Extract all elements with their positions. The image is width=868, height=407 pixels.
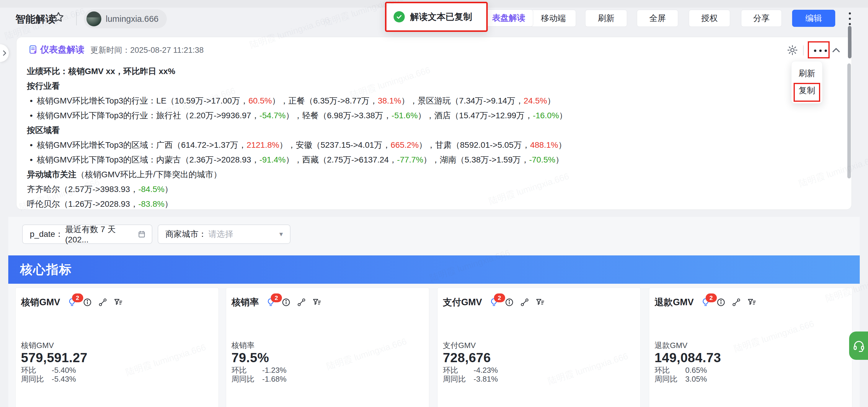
filter-icon[interactable] — [113, 298, 123, 307]
insight-count-badge: 2 — [271, 294, 282, 302]
line-text: 按行业看 — [27, 81, 60, 91]
comparison-value: 0.65% — [685, 366, 707, 375]
comparison-row: 周同比-3.81% — [443, 375, 498, 383]
comparison-row: 环比-5.40% — [21, 366, 87, 375]
annotation-box-copy — [794, 83, 820, 102]
city-filter-label: 商家城市： — [165, 229, 207, 240]
refresh-button[interactable]: 刷新 — [585, 10, 627, 27]
filter-icon[interactable] — [747, 298, 756, 307]
section-banner: 核心指标 — [8, 256, 860, 284]
annotation-box-more — [808, 41, 830, 58]
date-filter-label: p_date： — [30, 229, 63, 240]
edit-button[interactable]: 编辑 — [792, 10, 835, 27]
insight-bulb-icon[interactable]: 2 — [701, 298, 710, 307]
metric-block: 退款GMV 149,084.73 环比0.65%周同比3.05% — [655, 341, 721, 383]
comparison-value: -1.23% — [262, 366, 286, 375]
interpretation-panel: 仪表盘解读 更新时间：2025-08-27 11:21:38 业绩环比：核销GM… — [16, 37, 852, 210]
line-text: ） — [164, 199, 173, 208]
collapse-chevron-up-icon[interactable] — [830, 45, 842, 56]
info-icon[interactable] — [281, 298, 291, 307]
interpretation-text: 业绩环比：核销GMV xx，环比昨日 xx%按行业看•核销GMV环比增长Top3… — [27, 64, 829, 210]
annotation-box-toast: 解读文本已复制 — [385, 2, 488, 32]
menu-item-refresh[interactable]: 刷新 — [792, 65, 822, 82]
comparison-row: 周同比3.05% — [655, 375, 721, 383]
change-percent: 24.5% — [524, 96, 547, 105]
expand-sidebar-chevron[interactable] — [0, 44, 9, 62]
date-filter[interactable]: p_date： 最近有数 7 天 (202... — [22, 225, 152, 244]
metric-label: 核销GMV — [21, 341, 87, 350]
interpretation-line: 按区域看 — [27, 123, 829, 138]
info-icon[interactable] — [83, 298, 92, 307]
change-percent: 665.2% — [391, 140, 418, 149]
user-pill[interactable]: lumingxia.666 — [84, 9, 167, 28]
share-button[interactable]: 分享 — [741, 10, 782, 27]
help-floating-button[interactable] — [849, 332, 868, 360]
comparison-label: 环比 — [655, 366, 685, 375]
interpretation-line: 齐齐哈尔（2.57万->3983.93，-84.5%） — [27, 182, 829, 197]
line-text: 齐齐哈尔（2.57万->3983.93， — [27, 184, 138, 194]
city-filter[interactable]: 商家城市： 请选择 ▼ — [158, 225, 290, 244]
metric-label: 退款GMV — [655, 341, 721, 350]
change-percent: -91.4% — [259, 155, 286, 164]
change-percent: -84.5% — [138, 184, 164, 194]
toast-message: 解读文本已复制 — [410, 11, 472, 23]
relation-icon[interactable] — [297, 298, 306, 307]
calendar-icon — [137, 230, 146, 238]
change-percent: -70.5% — [529, 155, 555, 164]
metric-value: 728,676 — [443, 351, 498, 364]
gear-icon[interactable] — [786, 44, 798, 56]
card-title: 核销率 — [231, 296, 259, 308]
line-text: ），酒店（15.47万->12.99万， — [418, 111, 533, 120]
more-menu-kebab-icon[interactable] — [844, 10, 855, 27]
fullscreen-button[interactable]: 全屏 — [637, 10, 678, 27]
line-text: 核销GMV环比下降Top3的行业：旅行社（2.20万->9936.97， — [37, 111, 259, 120]
change-percent: -77.7% — [397, 155, 423, 164]
comparison-row: 周同比-5.43% — [21, 375, 87, 383]
insight-bulb-icon[interactable]: 2 — [266, 298, 275, 307]
interpretation-line: 按行业看 — [27, 79, 829, 94]
info-icon[interactable] — [504, 298, 514, 307]
metric-comparisons: 环比0.65%周同比3.05% — [655, 366, 721, 383]
info-icon[interactable] — [716, 298, 726, 307]
user-name: lumingxia.666 — [106, 14, 159, 24]
line-text: 核销GMV环比增长Top3的区域：广西（614.72->1.37万， — [37, 140, 247, 149]
comparison-value: -3.81% — [473, 375, 498, 383]
line-text: ），甘肃（8592.01->5.05万， — [418, 140, 530, 149]
relation-icon[interactable] — [732, 298, 741, 307]
mobile-button[interactable]: 移动端 — [531, 10, 576, 27]
filter-icon[interactable] — [312, 298, 321, 307]
comparison-label: 周同比 — [21, 375, 52, 383]
comparison-label: 周同比 — [655, 375, 685, 383]
panel-updated-time: 更新时间：2025-08-27 11:21:38 — [90, 45, 204, 56]
line-text: （核销GMV环比上升/下降突出的城市） — [76, 170, 222, 179]
insight-bulb-icon[interactable]: 2 — [67, 298, 77, 307]
interpretation-line: 呼伦贝尔（1.26万->2028.93，-83.8%） — [27, 197, 829, 210]
change-percent: 2121.8% — [247, 140, 279, 149]
insight-bulb-icon[interactable]: 2 — [489, 298, 499, 307]
card-title: 核销GMV — [21, 296, 60, 308]
comparison-label: 周同比 — [443, 375, 473, 383]
filter-icon[interactable] — [535, 298, 545, 307]
comparison-value: 3.05% — [685, 375, 707, 383]
line-text: ），正餐（6.35万->8.77万， — [272, 96, 378, 105]
relation-icon[interactable] — [520, 298, 529, 307]
change-percent: 38.1% — [378, 96, 401, 105]
favorite-star-icon[interactable] — [52, 11, 65, 24]
interpretation-line: •核销GMV环比下降Top3的行业：旅行社（2.20万->9936.97，-54… — [27, 108, 829, 123]
bullet-dot: • — [30, 96, 33, 105]
outer-scrollbar-thumb[interactable] — [848, 26, 851, 58]
line-text: ），安徽（5237.15->4.01万， — [279, 140, 391, 149]
authorize-button[interactable]: 授权 — [689, 10, 730, 27]
change-percent: -83.8% — [138, 199, 164, 208]
comparison-value: -5.40% — [52, 366, 76, 375]
topbar-divider — [76, 12, 77, 25]
comparison-label: 环比 — [21, 366, 52, 375]
comparison-value: -5.43% — [52, 375, 76, 383]
line-text: ），西藏（2.75万->6137.24， — [285, 155, 397, 164]
change-percent: -16.0% — [533, 111, 559, 120]
section-banner-title: 核心指标 — [20, 261, 72, 278]
panel-scrollbar-thumb[interactable] — [847, 63, 851, 178]
relation-icon[interactable] — [98, 298, 107, 307]
line-text: ） — [559, 111, 567, 120]
comparison-value: -1.68% — [262, 375, 286, 383]
